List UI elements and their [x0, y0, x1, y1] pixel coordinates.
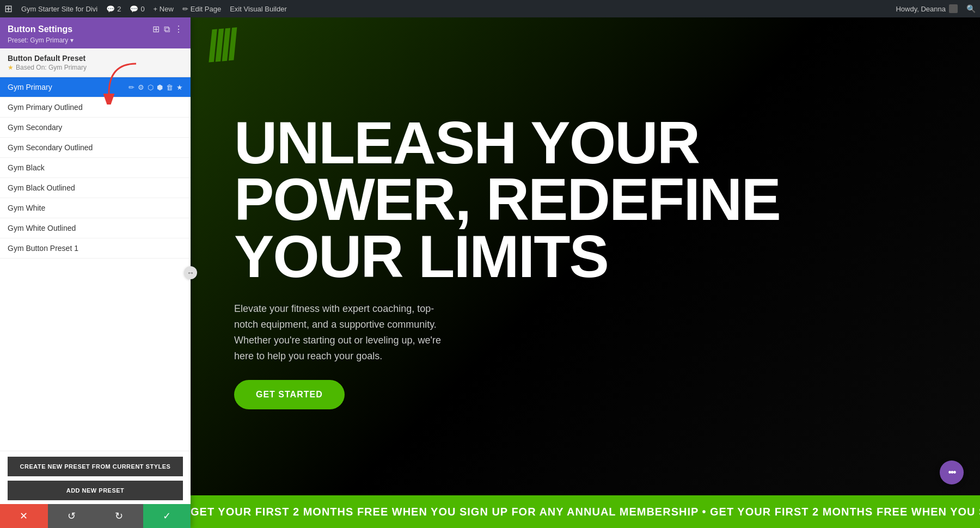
preset-item-gym-black[interactable]: Gym Black	[0, 158, 191, 178]
redo-button[interactable]: ↻	[95, 504, 143, 528]
star-preset-icon[interactable]: ★	[176, 83, 183, 91]
undo-icon: ↺	[68, 510, 76, 522]
more-dots-icon: •••	[948, 467, 955, 478]
ticker-bar: GET YOUR FIRST 2 MONTHS FREE WHEN YOU SI…	[191, 495, 980, 528]
confirm-icon: ✓	[163, 510, 171, 522]
ticker-text: GET YOUR FIRST 2 MONTHS FREE WHEN YOU SI…	[191, 506, 980, 518]
preset-label[interactable]: Preset: Gym Primary ▾	[8, 36, 183, 44]
preset-item-label: Gym Secondary Outlined	[8, 143, 183, 152]
main-layout: Button Settings ⊞ ⧉ ⋮ Preset: Gym Primar…	[0, 17, 980, 528]
comments-zero-link[interactable]: 💬 0	[130, 5, 144, 13]
preset-item-gym-button-preset-1[interactable]: Gym Button Preset 1	[0, 238, 191, 259]
preset-item-label: Gym White	[8, 204, 183, 212]
preset-item-gym-white[interactable]: Gym White	[0, 198, 191, 218]
site-name-link[interactable]: Gym Starter Site for Divi	[21, 5, 97, 13]
comments-link[interactable]: 💬 2	[106, 5, 121, 13]
preset-list: Gym Primary ✏ ⚙ ⬡ ⬢ 🗑 ★ Gym Primary Outl…	[0, 77, 191, 451]
undo-button[interactable]: ↺	[48, 504, 96, 528]
preset-item-label: Gym Black Outlined	[8, 183, 183, 192]
wp-logo-icon[interactable]: ⊞	[4, 3, 13, 15]
default-preset-name: Button Default Preset	[8, 54, 183, 63]
star-icon: ★	[8, 64, 14, 71]
export-preset-icon[interactable]: ⬡	[148, 83, 154, 91]
panel-header: Button Settings ⊞ ⧉ ⋮ Preset: Gym Primar…	[0, 17, 191, 48]
admin-bar: ⊞ Gym Starter Site for Divi 💬 2 💬 0 + Ne…	[0, 0, 980, 17]
preset-item-label: Gym Secondary	[8, 123, 183, 132]
settings-preset-icon[interactable]: ⚙	[138, 83, 144, 91]
close-button[interactable]: ✕	[0, 504, 48, 528]
edit-page-link[interactable]: ✏ Edit Page	[182, 5, 221, 13]
preset-item-label: Gym Button Preset 1	[8, 244, 183, 253]
left-panel: Button Settings ⊞ ⧉ ⋮ Preset: Gym Primar…	[0, 17, 191, 528]
chevron-down-icon: ▾	[70, 36, 74, 44]
bottom-toolbar: ✕ ↺ ↻ ✓	[0, 504, 191, 528]
hero-headline: UNLEASH YOUR POWER, REDEFINE YOUR LIMITS	[234, 114, 936, 285]
hero-subtext: Elevate your fitness with expert coachin…	[234, 301, 452, 364]
redo-icon: ↻	[115, 510, 123, 522]
preset-item-gym-white-outlined[interactable]: Gym White Outlined	[0, 218, 191, 238]
preset-item-gym-primary-outlined[interactable]: Gym Primary Outlined	[0, 97, 191, 118]
decorative-lines: ////	[205, 27, 235, 64]
confirm-button[interactable]: ✓	[143, 504, 191, 528]
preset-item-label: Gym White Outlined	[8, 224, 183, 232]
create-new-preset-button[interactable]: CREATE NEW PRESET FROM CURRENT STYLES	[8, 457, 183, 476]
howdy-text: Howdy, Deanna	[896, 4, 958, 13]
preset-based-on: ★ Based On: Gym Primary	[8, 64, 183, 71]
floating-more-button[interactable]: •••	[940, 461, 964, 484]
preset-item-gym-black-outlined[interactable]: Gym Black Outlined	[0, 178, 191, 198]
search-icon[interactable]: 🔍	[966, 4, 976, 13]
preset-item-gym-secondary-outlined[interactable]: Gym Secondary Outlined	[0, 138, 191, 158]
panel-buttons: CREATE NEW PRESET FROM CURRENT STYLES AD…	[0, 451, 191, 506]
more-options-icon[interactable]: ⋮	[174, 24, 183, 34]
preset-item-gym-secondary[interactable]: Gym Secondary	[0, 118, 191, 138]
website-preview: //// UNLEASH YOUR POWER, REDEFINE YOUR L…	[191, 17, 980, 528]
close-icon: ✕	[20, 510, 28, 522]
new-link[interactable]: + New	[154, 5, 174, 13]
expand-icon[interactable]: ⧉	[164, 24, 170, 34]
resize-handle[interactable]: ↔	[184, 266, 197, 279]
preset-item-label: Gym Black	[8, 163, 183, 172]
preset-item-label: Gym Primary Outlined	[8, 103, 183, 112]
edit-preset-icon[interactable]: ✏	[128, 83, 134, 91]
preset-item-action-icons: ✏ ⚙ ⬡ ⬢ 🗑 ★	[128, 83, 183, 91]
comments-icon: 💬	[106, 5, 115, 13]
preset-item-gym-primary[interactable]: Gym Primary ✏ ⚙ ⬡ ⬢ 🗑 ★	[0, 77, 191, 97]
preset-item-label: Gym Primary	[8, 83, 128, 91]
add-new-preset-button[interactable]: ADD NEW PRESET	[8, 481, 183, 500]
comments-zero-icon: 💬	[130, 5, 138, 13]
edit-icon: ✏	[182, 5, 188, 13]
duplicate-preset-icon[interactable]: ⬢	[157, 83, 163, 91]
delete-preset-icon[interactable]: 🗑	[166, 83, 173, 91]
copy-icon[interactable]: ⊞	[152, 24, 160, 34]
get-started-button[interactable]: GET STARTED	[234, 380, 345, 409]
exit-builder-link[interactable]: Exit Visual Builder	[230, 5, 287, 13]
panel-header-icons: ⊞ ⧉ ⋮	[152, 24, 183, 34]
avatar	[949, 4, 958, 13]
preset-list-header: Button Default Preset ★ Based On: Gym Pr…	[0, 48, 191, 77]
hero-section: //// UNLEASH YOUR POWER, REDEFINE YOUR L…	[191, 17, 980, 495]
panel-title: Button Settings	[8, 24, 72, 34]
